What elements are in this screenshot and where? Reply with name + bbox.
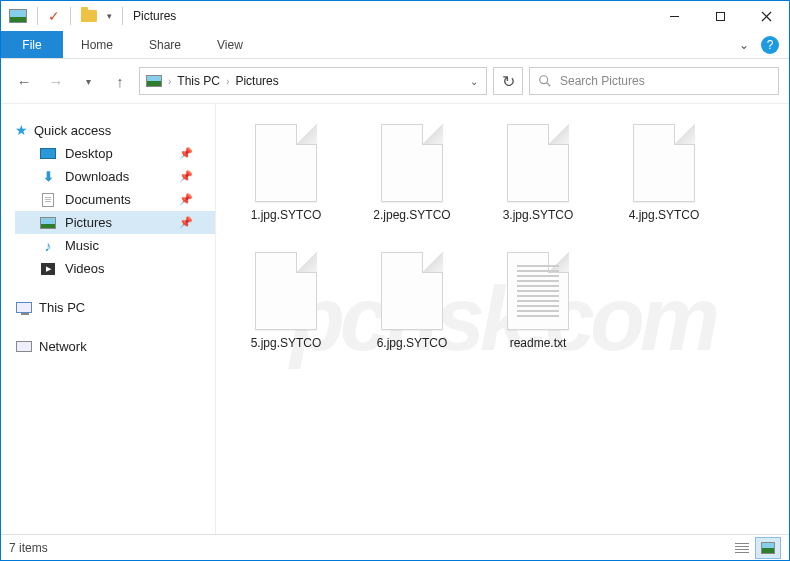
window-controls: [651, 1, 789, 31]
this-pc-group: This PC: [15, 296, 215, 319]
text-file-icon: [507, 252, 569, 330]
recent-locations-icon[interactable]: ▾: [75, 68, 101, 94]
app-icon: [9, 9, 27, 23]
star-icon: ★: [15, 122, 28, 138]
file-name: 6.jpg.SYTCO: [377, 336, 448, 350]
close-icon: [761, 11, 772, 22]
sidebar-item-pictures[interactable]: Pictures 📌: [15, 211, 215, 234]
generic-file-icon: [255, 252, 317, 330]
sidebar-item-label: Downloads: [65, 169, 129, 184]
minimize-button[interactable]: [651, 1, 697, 31]
sidebar-item-music[interactable]: ♪ Music: [15, 234, 215, 257]
file-name: 1.jpg.SYTCO: [251, 208, 322, 222]
file-name: 2.jpeg.SYTCO: [373, 208, 450, 222]
search-icon: [538, 74, 552, 88]
close-button[interactable]: [743, 1, 789, 31]
file-item[interactable]: 2.jpeg.SYTCO: [364, 124, 460, 222]
maximize-button[interactable]: [697, 1, 743, 31]
sidebar-item-label: Videos: [65, 261, 105, 276]
generic-file-icon: [381, 124, 443, 202]
sidebar-item-label: Music: [65, 238, 99, 253]
generic-file-icon: [381, 252, 443, 330]
sidebar-item-this-pc[interactable]: This PC: [15, 296, 215, 319]
window-title: Pictures: [133, 9, 176, 23]
tab-home[interactable]: Home: [63, 31, 131, 58]
pictures-icon: [40, 217, 56, 229]
file-item[interactable]: 4.jpg.SYTCO: [616, 124, 712, 222]
network-label: Network: [39, 339, 87, 354]
maximize-icon: [715, 11, 726, 22]
expand-ribbon-icon[interactable]: ⌄: [739, 38, 749, 52]
address-bar[interactable]: › This PC › Pictures ⌄: [139, 67, 487, 95]
file-name: 5.jpg.SYTCO: [251, 336, 322, 350]
address-history-icon[interactable]: ⌄: [470, 76, 480, 87]
pin-icon: 📌: [179, 147, 193, 160]
sidebar-item-network[interactable]: Network: [15, 335, 215, 358]
search-input[interactable]: Search Pictures: [529, 67, 779, 95]
refresh-button[interactable]: ↻: [493, 67, 523, 95]
sidebar-item-label: Pictures: [65, 215, 112, 230]
music-icon: ♪: [39, 239, 57, 253]
tab-share[interactable]: Share: [131, 31, 199, 58]
generic-file-icon: [507, 124, 569, 202]
separator: [122, 7, 123, 25]
view-toggle: [729, 537, 781, 559]
quick-access-toolbar: ✓ ▾: [9, 7, 127, 25]
network-group: Network: [15, 335, 215, 358]
svg-line-5: [547, 83, 551, 87]
status-bar: 7 items: [1, 534, 789, 560]
generic-file-icon: [633, 124, 695, 202]
file-item[interactable]: 3.jpg.SYTCO: [490, 124, 586, 222]
pin-icon: 📌: [179, 193, 193, 206]
file-item[interactable]: 5.jpg.SYTCO: [238, 252, 334, 350]
file-item[interactable]: 6.jpg.SYTCO: [364, 252, 460, 350]
quick-access-group: ★ Quick access Desktop 📌 ⬇ Downloads 📌 D…: [15, 118, 215, 280]
body: ★ Quick access Desktop 📌 ⬇ Downloads 📌 D…: [1, 103, 789, 534]
up-button[interactable]: ↑: [107, 68, 133, 94]
file-tab[interactable]: File: [1, 31, 63, 58]
desktop-icon: [40, 148, 56, 159]
file-list[interactable]: pcrisk.com 1.jpg.SYTCO 2.jpeg.SYTCO 3.jp…: [216, 104, 789, 534]
quick-access-label: Quick access: [34, 123, 111, 138]
chevron-right-icon[interactable]: ›: [224, 76, 231, 87]
title-bar: ✓ ▾ Pictures: [1, 1, 789, 31]
chevron-right-icon[interactable]: ›: [166, 76, 173, 87]
ribbon: File Home Share View ⌄ ?: [1, 31, 789, 59]
tab-view[interactable]: View: [199, 31, 261, 58]
file-name: 3.jpg.SYTCO: [503, 208, 574, 222]
sidebar-item-label: Documents: [65, 192, 131, 207]
svg-rect-1: [716, 12, 724, 20]
separator: [70, 7, 71, 25]
file-explorer-window: ✓ ▾ Pictures File Home Share View ⌄ ?: [0, 0, 790, 561]
new-folder-icon[interactable]: [81, 10, 97, 22]
details-view-icon: [735, 543, 749, 553]
folder-location-icon: [146, 75, 162, 87]
large-icons-view-icon: [761, 542, 775, 554]
qat-dropdown-icon[interactable]: ▾: [107, 11, 112, 21]
ribbon-right: ⌄ ?: [739, 31, 789, 58]
quick-access-header[interactable]: ★ Quick access: [15, 118, 215, 142]
sidebar-item-videos[interactable]: ▶ Videos: [15, 257, 215, 280]
minimize-icon: [669, 11, 680, 22]
file-name: readme.txt: [510, 336, 567, 350]
generic-file-icon: [255, 124, 317, 202]
navigation-pane: ★ Quick access Desktop 📌 ⬇ Downloads 📌 D…: [1, 104, 216, 534]
sidebar-item-desktop[interactable]: Desktop 📌: [15, 142, 215, 165]
back-button[interactable]: ←: [11, 68, 37, 94]
large-icons-view-button[interactable]: [755, 537, 781, 559]
forward-button[interactable]: →: [43, 68, 69, 94]
breadcrumb-segment[interactable]: This PC: [177, 74, 220, 88]
file-name: 4.jpg.SYTCO: [629, 208, 700, 222]
separator: [37, 7, 38, 25]
breadcrumb-segment[interactable]: Pictures: [235, 74, 278, 88]
documents-icon: [42, 193, 54, 207]
sidebar-item-documents[interactable]: Documents 📌: [15, 188, 215, 211]
properties-icon[interactable]: ✓: [48, 8, 60, 24]
help-icon[interactable]: ?: [761, 36, 779, 54]
sidebar-item-downloads[interactable]: ⬇ Downloads 📌: [15, 165, 215, 188]
pin-icon: 📌: [179, 216, 193, 229]
this-pc-label: This PC: [39, 300, 85, 315]
details-view-button[interactable]: [729, 537, 755, 559]
file-item[interactable]: readme.txt: [490, 252, 586, 350]
file-item[interactable]: 1.jpg.SYTCO: [238, 124, 334, 222]
